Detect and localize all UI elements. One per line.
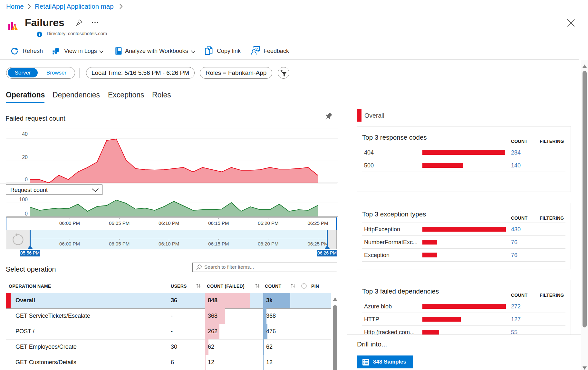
svg-text:40: 40 [22,131,28,137]
svg-text:20: 20 [22,155,28,160]
svg-text:0: 0 [25,177,28,182]
svg-text:100: 100 [19,197,28,202]
svg-text:0: 0 [25,211,28,216]
